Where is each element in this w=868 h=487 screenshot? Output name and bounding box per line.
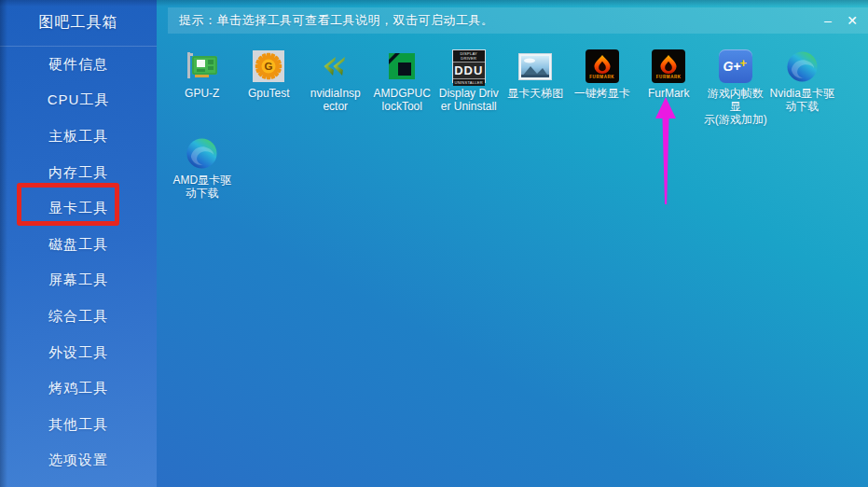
furmark-caption-text: FURMARK	[589, 75, 614, 79]
sidebar-item-disk-tools[interactable]: 磁盘工具	[0, 227, 157, 263]
furmark-flame-icon: FURMARK	[652, 49, 685, 84]
tool-one-key-gpu-burn[interactable]: FURMARK 一键烤显卡	[569, 49, 636, 126]
tool-label: GPU-Z	[169, 87, 235, 100]
sidebar-item-cpu-tools[interactable]: CPU工具	[0, 83, 157, 119]
amd-logo-icon	[385, 49, 419, 84]
tool-amd-driver-download[interactable]: AMD显卡驱 动下载	[169, 135, 236, 200]
tool-gamepp-fps-overlay[interactable]: G++ 游戏内帧数显 示(游戏加加)	[702, 49, 769, 126]
tool-label: 显卡天梯图	[503, 87, 569, 100]
app-window: 图吧工具箱 硬件信息 CPU工具 主板工具 内存工具 显卡工具 磁盘工具 屏幕工…	[0, 0, 868, 487]
sidebar-item-memory-tools[interactable]: 内存工具	[0, 155, 157, 191]
sidebar-item-motherboard-tools[interactable]: 主板工具	[0, 118, 157, 155]
tool-label: GpuTest	[236, 87, 302, 100]
tool-label: 一键烤显卡	[569, 87, 635, 100]
sidebar-item-gpu-tools[interactable]: 显卡工具	[0, 190, 157, 227]
gear-letter: G	[265, 61, 273, 72]
tool-nvidia-driver-download[interactable]: Nvidia显卡驱 动下载	[769, 49, 836, 126]
sidebar-item-burnin-tools[interactable]: 烤鸡工具	[0, 370, 157, 407]
tool-amd-gpu-clock-tool[interactable]: AMDGPUC lockTool	[369, 49, 436, 126]
tool-nvidia-inspector[interactable]: nvidiaInsp ector	[302, 49, 369, 126]
sidebar-item-settings[interactable]: 选项设置	[0, 443, 157, 480]
tool-gpu-z[interactable]: GPU-Z	[169, 49, 236, 126]
gear-g-icon: G	[253, 49, 284, 84]
tool-label: AMDGPUC lockTool	[369, 87, 435, 113]
tool-gpu-ladder-chart[interactable]: 显卡天梯图	[503, 49, 570, 126]
tool-gputest[interactable]: G GpuTest	[236, 49, 303, 126]
close-button[interactable]: ✕	[840, 7, 864, 34]
tools-grid: GPU-Z	[169, 49, 835, 200]
ddu-bottom-text: UNINSTALLER	[453, 79, 485, 86]
sidebar-item-screen-tools[interactable]: 屏幕工具	[0, 263, 157, 299]
sidebar: 图吧工具箱 硬件信息 CPU工具 主板工具 内存工具 显卡工具 磁盘工具 屏幕工…	[0, 0, 157, 487]
edge-browser-icon	[786, 49, 819, 84]
tool-label: AMD显卡驱 动下载	[169, 174, 235, 200]
sidebar-item-comprehensive-tools[interactable]: 综合工具	[0, 299, 157, 335]
sidebar-items: 硬件信息 CPU工具 主板工具 内存工具 显卡工具 磁盘工具 屏幕工具 综合工具…	[0, 47, 157, 479]
tool-ddu[interactable]: DISPLAY DRIVER DDU UNINSTALLER Display D…	[435, 49, 503, 126]
tool-label: nvidiaInsp ector	[302, 87, 368, 113]
edge-browser-icon	[186, 135, 218, 171]
nvidia-chevrons-icon	[319, 49, 352, 84]
tool-label: Nvidia显卡驱 动下载	[769, 87, 835, 113]
hint-text: 提示：单击选择工具可查看工具说明，双击可启动工具。	[168, 12, 816, 29]
furmark-flame-icon: FURMARK	[586, 49, 619, 84]
photo-landscape-icon	[518, 49, 552, 84]
sidebar-item-hardware-info[interactable]: 硬件信息	[0, 47, 157, 83]
furmark-caption-text: FURMARK	[656, 75, 682, 79]
hint-bar: 提示：单击选择工具可查看工具说明，双击可启动工具。 – ✕	[168, 7, 868, 34]
gamepp-g-text: G+	[723, 59, 740, 74]
tool-furmark[interactable]: FURMARK FurMark	[636, 49, 703, 126]
gamepp-gplus-icon: G++	[719, 49, 752, 84]
gamepp-plus-text: +	[739, 56, 747, 70]
sidebar-item-peripheral-tools[interactable]: 外设工具	[0, 335, 157, 371]
ddu-icon: DISPLAY DRIVER DDU UNINSTALLER	[452, 49, 486, 84]
tool-label: FurMark	[636, 87, 702, 100]
ddu-mid-text: DDU	[453, 62, 485, 79]
sidebar-item-other-tools[interactable]: 其他工具	[0, 407, 157, 443]
tool-label: Display Driv er Uninstall	[435, 87, 502, 113]
tool-label: 游戏内帧数显 示(游戏加加)	[702, 87, 768, 126]
ddu-top-text: DISPLAY DRIVER	[453, 50, 485, 62]
app-title: 图吧工具箱	[0, 0, 157, 47]
minimize-button[interactable]: –	[816, 7, 840, 34]
gpu-z-card-icon	[185, 49, 220, 84]
